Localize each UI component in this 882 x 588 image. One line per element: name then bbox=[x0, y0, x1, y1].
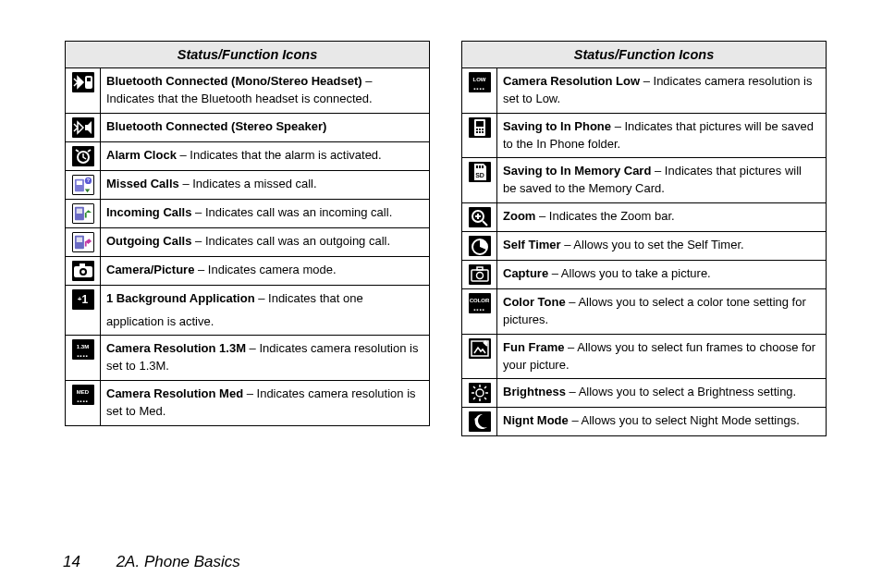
table-row: Zoom – Indicates the Zoom bar. bbox=[462, 203, 827, 232]
icon-term: Bluetooth Connected (Stereo Speaker) bbox=[106, 119, 326, 133]
svg-rect-1 bbox=[87, 78, 91, 81]
icon-cell bbox=[462, 232, 497, 261]
icon-term: Bluetooth Connected (Mono/Stereo Headset… bbox=[106, 74, 362, 88]
svg-rect-9 bbox=[76, 208, 81, 213]
svg-point-14 bbox=[81, 270, 85, 274]
missed-call-icon: ? bbox=[72, 175, 94, 195]
description-cell: Capture – Allows you to take a picture. bbox=[497, 261, 827, 289]
table-header: Status/Function Icons bbox=[66, 42, 430, 68]
description-cell: Nignt Mode – Allows you to select Night … bbox=[497, 408, 827, 436]
icon-cell bbox=[462, 203, 497, 232]
icon-term: Nignt Mode bbox=[503, 413, 569, 427]
description-cell: Bluetooth Connected (Stereo Speaker) bbox=[101, 113, 430, 141]
alarm-clock-icon bbox=[72, 146, 94, 166]
svg-rect-21 bbox=[476, 131, 478, 133]
table-row: *Nignt Mode – Allows you to select Night… bbox=[462, 408, 827, 436]
description-cell: Camera Resolution 1.3M – Indicates camer… bbox=[101, 336, 430, 381]
description-cell: Brightness – Allows you to select a Brig… bbox=[497, 379, 827, 408]
table-row: COLOR▪▪▪▪Color Tone – Allows you to sele… bbox=[462, 289, 827, 335]
svg-point-31 bbox=[476, 273, 483, 279]
icon-term: Fun Frame bbox=[503, 340, 564, 354]
icon-description: – Indicates camera mode. bbox=[194, 263, 336, 276]
icon-cell bbox=[462, 379, 497, 408]
description-cell: Color Tone – Allows you to select a colo… bbox=[497, 289, 827, 335]
svg-rect-18 bbox=[476, 129, 478, 130]
description-cell: Camera Resolution Low – Indicates camera… bbox=[497, 68, 827, 114]
icon-description: – Indicates call was an incoming call. bbox=[191, 205, 392, 219]
svg-rect-15 bbox=[80, 263, 85, 267]
icon-description: – Indicates a missed call. bbox=[179, 177, 317, 190]
icon-description: – Indicates call was an outgoing call. bbox=[191, 234, 390, 248]
description-cell: 1 Background Application – Indicates tha… bbox=[101, 285, 430, 336]
res-13m-icon: 1.3M▪▪▪▪ bbox=[72, 339, 94, 360]
description-cell: Camera Resolution Med – Indicates camera… bbox=[101, 381, 430, 426]
icon-term: Camera Resolution Med bbox=[106, 386, 243, 400]
icon-cell: +1 bbox=[66, 285, 101, 336]
description-cell: Missed Calls – Indicates a missed call. bbox=[101, 170, 430, 199]
icon-term: Outgoing Calls bbox=[106, 234, 191, 248]
icon-term: Camera/Picture bbox=[106, 263, 194, 276]
res-med-icon: MED▪▪▪▪ bbox=[72, 385, 94, 405]
icon-cell bbox=[66, 256, 101, 285]
description-cell: Bluetooth Connected (Mono/Stereo Headset… bbox=[101, 68, 430, 114]
description-cell: Incoming Calls – Indicates call was an i… bbox=[101, 199, 430, 227]
bluetooth-speaker-icon bbox=[72, 117, 94, 138]
description-cell: Camera/Picture – Indicates camera mode. bbox=[101, 256, 430, 285]
icon-term: Incoming Calls bbox=[106, 205, 191, 219]
brightness-icon bbox=[469, 383, 491, 403]
svg-rect-32 bbox=[477, 267, 483, 270]
table-row: Incoming Calls – Indicates call was an i… bbox=[66, 199, 430, 227]
svg-rect-25 bbox=[479, 165, 481, 168]
icon-description: – Allows you to set the Self Timer. bbox=[561, 238, 744, 251]
fun-frame-icon bbox=[469, 338, 491, 359]
icon-cell bbox=[462, 261, 497, 289]
icon-cell: * bbox=[462, 408, 497, 436]
icon-description: – Allows you to take a picture. bbox=[548, 266, 711, 280]
svg-rect-24 bbox=[476, 165, 478, 168]
icon-description: – Indicates the Zoom bar. bbox=[535, 209, 674, 223]
svg-rect-23 bbox=[482, 131, 484, 133]
svg-rect-20 bbox=[482, 129, 484, 130]
capture-icon bbox=[469, 264, 491, 285]
table-row: ?Missed Calls – Indicates a missed call. bbox=[66, 170, 430, 199]
section-title: 2A. Phone Basics bbox=[116, 553, 240, 570]
table-row: Outgoing Calls – Indicates call was an o… bbox=[66, 227, 430, 256]
icon-cell: MED▪▪▪▪ bbox=[66, 381, 101, 426]
icon-cell: SD bbox=[462, 158, 497, 203]
svg-point-34 bbox=[476, 389, 484, 397]
icon-term: Camera Resolution Low bbox=[503, 74, 640, 88]
icon-cell bbox=[462, 334, 497, 379]
table-row: MED▪▪▪▪Camera Resolution Med – Indicates… bbox=[66, 381, 430, 426]
table-row: Bluetooth Connected (Mono/Stereo Headset… bbox=[66, 68, 430, 114]
table-row: Alarm Clock – Indicates that the alarm i… bbox=[66, 141, 430, 170]
content-columns: Status/Function Icons Bluetooth Connecte… bbox=[65, 41, 827, 436]
svg-rect-11 bbox=[76, 237, 81, 241]
description-cell: Saving to In Memory Card – Indicates tha… bbox=[497, 158, 827, 203]
save-phone-icon bbox=[469, 117, 491, 138]
table-row: 1.3M▪▪▪▪Camera Resolution 1.3M – Indicat… bbox=[66, 336, 430, 381]
icon-term: Color Tone bbox=[503, 295, 566, 309]
icon-cell bbox=[66, 113, 101, 141]
icon-cell: LOW▪▪▪▪ bbox=[462, 68, 497, 114]
left-column: Status/Function Icons Bluetooth Connecte… bbox=[65, 41, 430, 436]
table-row: Saving to In Phone – Indicates that pict… bbox=[462, 113, 827, 158]
incoming-call-icon bbox=[72, 203, 94, 224]
page-footer: 14 2A. Phone Basics bbox=[63, 553, 240, 571]
svg-rect-22 bbox=[479, 131, 481, 133]
icon-term: Brightness bbox=[503, 385, 566, 398]
table-row: LOW▪▪▪▪Camera Resolution Low – Indicates… bbox=[462, 68, 827, 114]
icon-cell: ? bbox=[66, 170, 101, 199]
right-column: Status/Function Icons LOW▪▪▪▪Camera Reso… bbox=[461, 41, 827, 436]
table-row: Capture – Allows you to take a picture. bbox=[462, 261, 827, 289]
icon-term: Camera Resolution 1.3M bbox=[106, 341, 246, 355]
icon-description: – Indicates that the alarm is activated. bbox=[177, 148, 382, 162]
self-timer-icon bbox=[469, 236, 491, 256]
save-sd-icon: SD bbox=[469, 162, 491, 182]
icon-term: Alarm Clock bbox=[106, 148, 177, 162]
icon-term: Saving to In Phone bbox=[503, 119, 611, 133]
table-row: Bluetooth Connected (Stereo Speaker) bbox=[66, 113, 430, 141]
description-cell: Outgoing Calls – Indicates call was an o… bbox=[101, 227, 430, 256]
table-row: Fun Frame – Allows you to select fun fra… bbox=[462, 334, 827, 379]
description-cell: Fun Frame – Allows you to select fun fra… bbox=[497, 334, 827, 379]
status-icons-table-right: Status/Function Icons LOW▪▪▪▪Camera Reso… bbox=[461, 41, 827, 436]
